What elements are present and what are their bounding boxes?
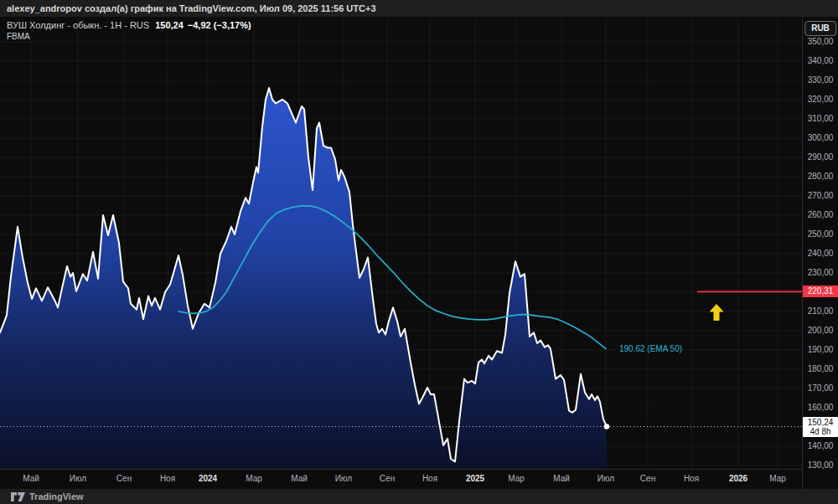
price-tick-label: 140,00 <box>803 441 838 451</box>
currency-toggle-button[interactable]: RUB <box>804 21 836 36</box>
time-tick-label: Июл <box>59 474 96 483</box>
attribution-text: alexey_andropov создал(а) график на Trad… <box>7 3 376 13</box>
time-tick-label: Май <box>543 474 580 483</box>
price-tick-label: 230,00 <box>803 268 838 278</box>
price-tick-label: 270,00 <box>803 191 838 201</box>
time-tick-label: Ноя <box>673 474 710 483</box>
price-tick-label: 190,00 <box>803 345 838 355</box>
legend-change: −4,92 (−3,17%) <box>188 20 251 30</box>
symbol-title[interactable]: ВУШ Холдинг - обыкн. - 1H - RUS <box>7 20 149 30</box>
time-tick-label: Май <box>281 474 318 483</box>
tradingview-chart-screenshot: alexey_andropov создал(а) график на Trad… <box>0 0 838 504</box>
time-tick-label: Сен <box>106 474 142 483</box>
price-scale[interactable]: RUB 350,00340,00330,00320,00310,00300,00… <box>802 17 838 489</box>
time-tick-label: 2025 <box>457 474 494 483</box>
price-tick-label: 290,00 <box>803 152 838 162</box>
bar-countdown: 4d 8h <box>803 427 838 436</box>
alert-price-label: 220,31 <box>803 285 838 297</box>
price-tick-label: 350,00 <box>803 37 838 47</box>
price-tick-label: 170,00 <box>803 383 838 393</box>
price-tick-label: 260,00 <box>803 210 838 220</box>
tradingview-logo[interactable]: TradingView <box>11 491 84 501</box>
price-chart-canvas[interactable] <box>0 17 802 469</box>
time-tick-label: Май <box>13 474 49 483</box>
price-tick-label: 160,00 <box>803 403 838 413</box>
time-tick-label: Сен <box>629 474 666 483</box>
time-tick-label: 2024 <box>189 474 226 483</box>
chart-pane[interactable]: ВУШ Холдинг - обыкн. - 1H - RUS150,24−4,… <box>0 17 838 469</box>
time-axis[interactable]: МайИюлСенНоя2024МарМайИюлСенНоя2025МарМа… <box>0 469 838 489</box>
arrow-up-marker[interactable] <box>710 304 724 321</box>
time-tick-label: 2026 <box>720 474 757 483</box>
last-price-value: 150,24 <box>803 418 838 427</box>
indicator-label[interactable]: FBMA <box>7 32 30 41</box>
tradingview-logo-text: TradingView <box>29 491 84 501</box>
price-tick-label: 250,00 <box>803 229 838 239</box>
price-tick-label: 280,00 <box>803 172 838 182</box>
price-tick-label: 210,00 <box>803 306 838 316</box>
legend: ВУШ Холдинг - обыкн. - 1H - RUS150,24−4,… <box>7 20 251 41</box>
price-area-fill <box>0 88 607 469</box>
price-tick-label: 130,00 <box>803 460 838 471</box>
price-tick-label: 300,00 <box>803 133 838 143</box>
last-price-label: 150,24 4d 8h <box>803 417 838 437</box>
time-tick-label: Ноя <box>411 474 448 483</box>
price-tick-label: 180,00 <box>803 364 838 374</box>
time-tick-label: Мар <box>235 474 272 483</box>
time-tick-label: Сен <box>369 474 406 483</box>
ema-value-label: 190.62 (EMA 50) <box>619 344 682 353</box>
last-price-dot <box>604 424 609 429</box>
price-tick-label: 200,00 <box>803 326 838 336</box>
tradingview-logo-icon <box>11 492 25 501</box>
price-tick-label: 340,00 <box>803 56 838 66</box>
time-tick-label: Июл <box>325 474 362 483</box>
time-tick-label: Мар <box>759 474 796 483</box>
attribution-bar: alexey_andropov создал(а) график на Trad… <box>0 0 838 17</box>
price-tick-label: 320,00 <box>803 95 838 105</box>
time-tick-label: Июл <box>587 474 624 483</box>
price-tick-label: 240,00 <box>803 249 838 259</box>
time-tick-label: Ноя <box>149 474 186 483</box>
footer-bar: TradingView <box>0 489 838 504</box>
price-tick-label: 330,00 <box>803 75 838 85</box>
legend-last-price: 150,24 <box>155 20 184 30</box>
time-tick-label: Мар <box>498 474 535 483</box>
price-tick-label: 310,00 <box>803 114 838 124</box>
